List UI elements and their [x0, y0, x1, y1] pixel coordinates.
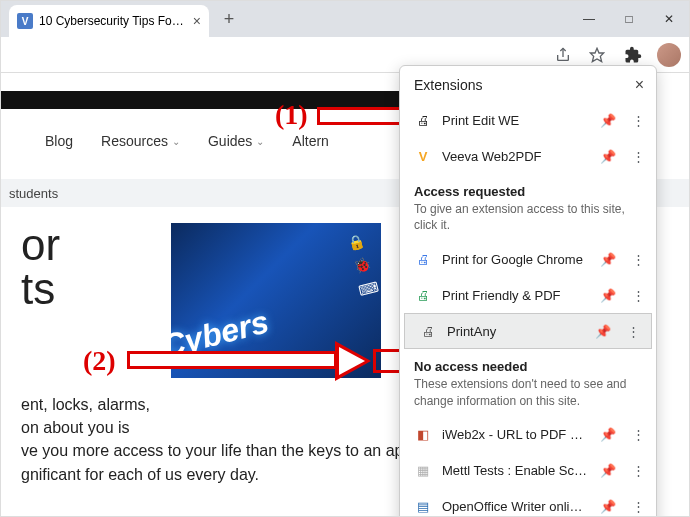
section-access-sub: To give an extension access to this site…	[400, 201, 656, 241]
chevron-down-icon: ⌄	[172, 136, 180, 147]
minimize-button[interactable]: —	[569, 4, 609, 34]
more-icon[interactable]: ⋮	[628, 149, 648, 164]
printer-icon: 🖨	[419, 322, 437, 340]
ext-label: iWeb2x - URL to PDF & Image	[442, 427, 588, 442]
chevron-down-icon: ⌄	[256, 136, 264, 147]
pin-icon[interactable]: 📌	[598, 288, 618, 303]
ext-label: Mettl Tests : Enable Screen S...	[442, 463, 588, 478]
ext-mettl-tests[interactable]: ▦ Mettl Tests : Enable Screen S... 📌 ⋮	[400, 453, 656, 489]
ext-label: Print for Google Chrome	[442, 252, 588, 267]
more-icon[interactable]: ⋮	[628, 288, 648, 303]
nav-guides[interactable]: Guides⌄	[208, 133, 264, 149]
maximize-button[interactable]: □	[609, 4, 649, 34]
title-bar: V 10 Cybersecurity Tips For Individ... ×…	[1, 1, 689, 37]
veeva-icon: V	[414, 147, 432, 165]
printer-icon: 🖨	[414, 250, 432, 268]
ext-printany[interactable]: 🖨 PrintAny 📌 ⋮	[404, 313, 652, 349]
ext-iweb2x[interactable]: ◧ iWeb2x - URL to PDF & Image 📌 ⋮	[400, 417, 656, 453]
nav-resources[interactable]: Resources⌄	[101, 133, 180, 149]
popup-title: Extensions	[414, 77, 482, 93]
profile-avatar[interactable]	[657, 43, 681, 67]
pin-icon[interactable]: 📌	[598, 463, 618, 478]
more-icon[interactable]: ⋮	[623, 324, 643, 339]
popup-close-icon[interactable]: ×	[635, 76, 644, 94]
new-tab-button[interactable]: +	[215, 5, 243, 33]
more-icon[interactable]: ⋮	[628, 427, 648, 442]
share-icon[interactable]	[551, 43, 575, 67]
nav-blog[interactable]: Blog	[45, 133, 73, 149]
more-icon[interactable]: ⋮	[628, 463, 648, 478]
extensions-popup: Extensions × 🖨 Print Edit WE 📌 ⋮ V Veeva…	[399, 65, 657, 517]
ext-label: PrintAny	[447, 324, 583, 339]
app-icon: ▦	[414, 462, 432, 480]
window-controls: — □ ✕	[569, 4, 689, 34]
ext-label: Print Edit WE	[442, 113, 588, 128]
section-no-access-sub: These extensions don't need to see and c…	[400, 376, 656, 416]
printer-icon: 🖨	[414, 111, 432, 129]
ext-label: OpenOffice Writer online for...	[442, 499, 588, 514]
section-no-access: No access needed	[400, 349, 656, 376]
printer-icon: 🖨	[414, 286, 432, 304]
ext-openoffice-writer[interactable]: ▤ OpenOffice Writer online for... 📌 ⋮	[400, 489, 656, 517]
pin-icon[interactable]: 📌	[598, 427, 618, 442]
section-access-requested: Access requested	[400, 174, 656, 201]
app-icon: ◧	[414, 426, 432, 444]
tab-close-icon[interactable]: ×	[193, 13, 201, 29]
site-nav: Blog Resources⌄ Guides⌄ Altern	[45, 133, 329, 149]
more-icon[interactable]: ⋮	[628, 113, 648, 128]
ext-label: Print Friendly & PDF	[442, 288, 588, 303]
more-icon[interactable]: ⋮	[628, 499, 648, 514]
pin-icon[interactable]: 📌	[598, 149, 618, 164]
ext-print-friendly[interactable]: 🖨 Print Friendly & PDF 📌 ⋮	[400, 277, 656, 313]
pin-icon[interactable]: 📌	[598, 252, 618, 267]
ext-print-google-chrome[interactable]: 🖨 Print for Google Chrome 📌 ⋮	[400, 241, 656, 277]
app-icon: ▤	[414, 498, 432, 516]
close-window-button[interactable]: ✕	[649, 4, 689, 34]
bookmark-star-icon[interactable]	[585, 43, 609, 67]
browser-tab[interactable]: V 10 Cybersecurity Tips For Individ... ×	[9, 5, 209, 37]
pin-icon[interactable]: 📌	[598, 113, 618, 128]
pin-icon[interactable]: 📌	[598, 499, 618, 514]
ext-veeva-web2pdf[interactable]: V Veeva Web2PDF 📌 ⋮	[400, 138, 656, 174]
tab-favicon: V	[17, 13, 33, 29]
ext-label: Veeva Web2PDF	[442, 149, 588, 164]
pin-icon[interactable]: 📌	[593, 324, 613, 339]
nav-altern[interactable]: Altern	[292, 133, 329, 149]
ext-print-edit-we[interactable]: 🖨 Print Edit WE 📌 ⋮	[400, 102, 656, 138]
more-icon[interactable]: ⋮	[628, 252, 648, 267]
tab-title: 10 Cybersecurity Tips For Individ...	[39, 14, 187, 28]
svg-marker-0	[590, 48, 603, 61]
hero-image: 🔒🐞⌨ Cybers	[171, 223, 381, 378]
